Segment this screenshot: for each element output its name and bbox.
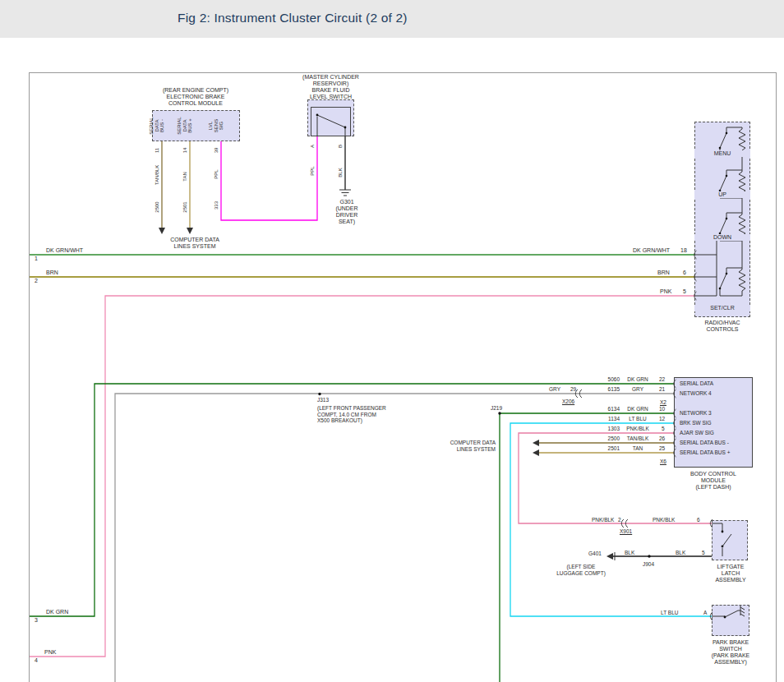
figure-title: Fig 2: Instrument Cluster Circuit (2 of …: [178, 11, 408, 25]
park-wire-lt-blu: LT BLU: [661, 610, 678, 616]
bcm-func-brk-sw-sig: BRK SW SIG: [680, 420, 712, 426]
edge-wire-4: PNK: [44, 649, 56, 656]
ebcm-box: [152, 110, 240, 141]
bcm-ckt-1134: 1134: [597, 416, 620, 422]
wiring-diagram-page: Fig 2: Instrument Cluster Circuit (2 of …: [0, 0, 784, 682]
radio-wire-6: BRN: [657, 270, 670, 276]
j313-label: J313: [317, 397, 329, 403]
edge-wire-3: DK GRN: [46, 609, 68, 615]
x206-label: X206: [562, 399, 574, 405]
park-caption: PARK BRAKE SWITCH (PARK BRAKE ASSEMBLY): [708, 639, 753, 666]
mid-computer-data-lines: COMPUTER DATA LINES SYSTEM: [434, 440, 496, 452]
j219-label: J219: [491, 405, 502, 412]
title-bar: Fig 2: Instrument Cluster Circuit (2 of …: [0, 0, 784, 38]
x6-label: X6: [660, 459, 666, 465]
x2-label: X2: [660, 399, 666, 406]
bcm-wire-dk-grn-10: DK GRN: [621, 406, 654, 412]
edge-number-4: 4: [35, 657, 38, 664]
bcm-wire-lt-blu-12: LT BLU: [621, 416, 654, 422]
bcm-ckt-6135: 6135: [597, 386, 620, 393]
bcm-pin-22: 22: [659, 376, 665, 383]
bfls-title: (MASTER CYLINDER RESERVOIR) BRAKE FLUID …: [296, 74, 366, 100]
liftgate-wire-pnk-blk-left: PNK/BLK: [592, 517, 614, 523]
bcm-pin-12: 12: [659, 416, 665, 422]
liftgate-latch-box: [712, 520, 748, 560]
bcm-func-network-3: NETWORK 3: [680, 410, 712, 417]
x206-wire-gry: GRY: [549, 386, 560, 393]
bcm-func-serial-data-bus-plus: SERIAL DATA BUS +: [680, 449, 730, 456]
radio-pin-6: 6: [683, 270, 686, 276]
liftgate-pin-2: 2: [618, 517, 621, 523]
bcm-wire-pnk-blk-5: PNK/BLK: [621, 426, 654, 432]
liftgate-pin-6: 6: [697, 517, 700, 523]
g301-ground-label: G301 (UNDER DRIVER SEAT): [327, 199, 367, 225]
radio-up-label: UP: [694, 191, 750, 198]
park-brake-box: [712, 605, 749, 636]
bcm-func-serial-data-bus-minus: SERIAL DATA BUS -: [680, 440, 729, 446]
radio-setclr-label: SET/CLR: [694, 305, 750, 311]
radio-wire-18: DK GRN/WHT: [633, 247, 670, 254]
bcm-caption: BODY CONTROL MODULE (LEFT DASH): [674, 471, 753, 491]
g401-note: (LEFT SIDE LUGGAGE COMPT): [552, 564, 610, 576]
bcm-wire-dk-grn-22: DK GRN: [621, 376, 654, 383]
bcm-pin-26: 26: [659, 435, 665, 442]
liftgate-wire-pnk-blk-right: PNK/BLK: [653, 517, 675, 523]
j904-label: J904: [643, 561, 654, 568]
park-pin-a: A: [703, 610, 707, 616]
bcm-pin-5: 5: [662, 426, 665, 432]
radio-menu-label: MENU: [694, 150, 750, 157]
bcm-ckt-5060: 5060: [597, 376, 620, 383]
liftgate-blk-left: BLK: [625, 550, 634, 556]
edge-number-2: 2: [35, 278, 38, 284]
bcm-func-network-4: NETWORK 4: [680, 390, 712, 397]
radio-down-label: DOWN: [694, 234, 750, 241]
ebcm-dest-computer-data-lines: COMPUTER DATA LINES SYSTEM: [156, 237, 233, 250]
bcm-ckt-6134: 6134: [597, 406, 620, 412]
x901-label: X901: [620, 528, 632, 535]
brake-fluid-switch-inner-box: [311, 107, 351, 136]
bcm-pin-25: 25: [659, 445, 665, 452]
edge-wire-2: BRN: [46, 270, 58, 276]
bcm-wire-tan-25: TAN: [621, 445, 654, 452]
bcm-ckt-1303: 1303: [597, 426, 620, 432]
edge-number-1: 1: [35, 256, 38, 262]
bcm-wire-gry-21: GRY: [621, 386, 654, 393]
radio-pin-5: 5: [683, 288, 686, 295]
liftgate-blk-right: BLK: [676, 550, 685, 556]
bcm-func-serial-data: SERIAL DATA: [680, 380, 713, 387]
radio-caption: RADIO/HVAC CONTROLS: [694, 320, 750, 333]
bcm-ckt-2500: 2500: [597, 435, 620, 442]
bcm-pin-10: 10: [659, 406, 665, 412]
bcm-wire-tan-blk-26: TAN/BLK: [621, 435, 654, 442]
radio-pin-18: 18: [680, 247, 687, 254]
bcm-pin-21: 21: [659, 386, 665, 393]
radio-wire-5: PNK: [660, 288, 671, 295]
liftgate-caption: LIFTGATE LATCH ASSEMBLY: [712, 564, 749, 583]
x206-pin-29: 29: [570, 386, 576, 393]
liftgate-pin-5: 5: [702, 550, 705, 556]
edge-wire-1: DK GRN/WHT: [46, 247, 83, 254]
j313-note: (LEFT FRONT PASSENGER COMPT, 14.0 CM FRO…: [317, 405, 386, 424]
ebcm-title: (REAR ENGINE COMPT) ELECTRONIC BRAKE CON…: [150, 87, 242, 107]
bcm-func-ajar-sw-sig: AJAR SW SIG: [680, 430, 714, 436]
bcm-ckt-2501: 2501: [597, 445, 620, 452]
edge-number-3: 3: [35, 617, 38, 624]
g401-label: G401: [588, 551, 602, 557]
